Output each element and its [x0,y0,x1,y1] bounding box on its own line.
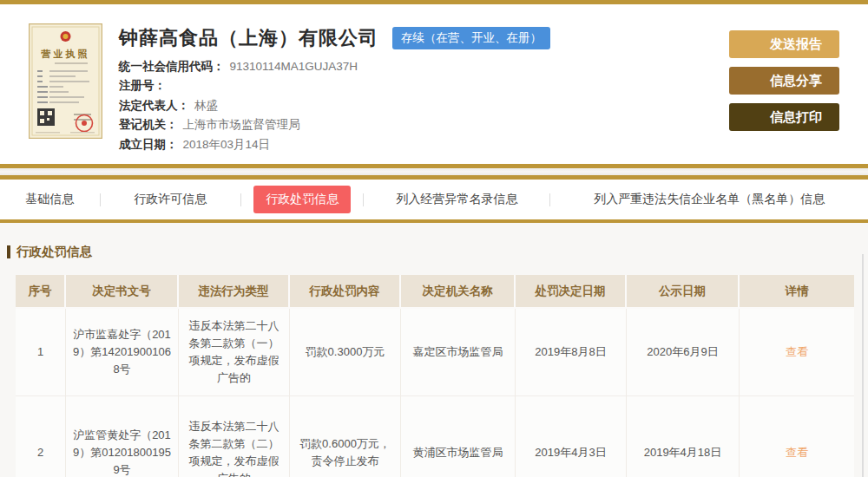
cell-seq: 1 [16,309,66,396]
col-violation-type: 违法行为类型 [179,275,290,309]
section-title-text: 行政处罚信息 [16,244,92,260]
table-header-row: 序号 决定书文号 违法行为类型 行政处罚内容 决定机关名称 处罚决定日期 公示日… [16,275,854,309]
cell-violation-type: 违反本法第二十八条第二款第（二）项规定，发布虚假广告的 [179,396,290,477]
company-info: 钟薛高食品（上海）有限公司 存续（在营、开业、在册） 统一社会信用代码：9131… [119,25,550,154]
establish-date-value: 2018年03月14日 [183,138,271,151]
cell-doc-no: 沪市监嘉处字（2019）第142019001068号 [66,309,179,396]
company-details: 统一社会信用代码：91310114MA1GUJA37H 注册号： 法定代表人：林… [119,57,550,154]
view-detail-link[interactable]: 查看 [786,345,808,358]
cell-publish-date: 2020年6月9日 [627,309,740,396]
company-header: 营业执照 钟薛高食品（上海）有限公司 存续（在营、开业、在册） [0,4,868,164]
tab-serious-violation-blacklist[interactable]: 列入严重违法失信企业名单（黑名单）信息 [594,192,825,207]
col-doc-no: 决定书文号 [66,275,179,309]
registry-authority-value: 上海市市场监督管理局 [183,118,300,131]
cell-penalty: 罚款0.3000万元 [290,309,401,396]
reg-number-label: 注册号： [119,79,166,92]
cell-publish-date: 2019年4月18日 [627,396,740,477]
cell-doc-no: 沪监管黄处字（2019）第012018001959号 [66,396,179,477]
col-detail: 详情 [740,275,854,309]
col-seq: 序号 [16,275,66,309]
send-report-button[interactable]: 发送报告 [729,30,839,58]
cell-penalty: 罚款0.6000万元，责令停止发布 [290,396,401,477]
penalty-section: 行政处罚信息 序号 决定书文号 违法行为类型 行政处罚内容 决定机关名称 处罚决… [0,223,868,477]
company-name: 钟薛高食品（上海）有限公司 [119,25,378,51]
cell-violation-type: 违反本法第二十八条第二款第（一）项规定，发布虚假广告的 [179,309,290,396]
info-share-button[interactable]: 信息分享 [729,67,839,95]
tab-admin-penalty-info[interactable]: 行政处罚信息 [253,186,351,213]
tab-admin-license-info[interactable]: 行政许可信息 [134,192,207,207]
col-authority: 决定机关名称 [401,275,516,309]
establish-date-label: 成立日期： [119,138,178,151]
scrollbar[interactable] [862,254,864,477]
credit-code-label: 统一社会信用代码： [119,60,225,73]
registry-authority-label: 登记机关： [119,118,178,131]
tab-abnormal-operation-list[interactable]: 列入经营异常名录信息 [396,192,517,207]
cell-authority: 嘉定区市场监管局 [401,309,516,396]
tab-basic-info[interactable]: 基础信息 [25,192,74,207]
divider-gap [0,168,868,175]
cell-authority: 黄浦区市场监管局 [401,396,516,477]
penalty-table: 序号 决定书文号 违法行为类型 行政处罚内容 决定机关名称 处罚决定日期 公示日… [16,275,854,477]
business-license-image: 营业执照 [29,23,102,139]
credit-code-value: 91310114MA1GUJA37H [230,60,358,73]
cell-decision-date: 2019年4月3日 [516,396,627,477]
table-row: 1 沪市监嘉处字（2019）第142019001068号 违反本法第二十八条第二… [16,309,854,396]
action-buttons: 发送报告 信息分享 信息打印 [729,30,839,131]
col-publish-date: 公示日期 [627,275,740,309]
license-title: 营业执照 [41,49,90,59]
col-decision-date: 处罚决定日期 [516,275,627,309]
tab-bar: 基础信息 行政许可信息 行政处罚信息 列入经营异常名录信息 列入严重违法失信企业… [0,180,868,219]
legal-rep-label: 法定代表人： [119,99,189,112]
section-marker [7,245,10,258]
cell-seq: 2 [16,396,66,477]
view-detail-link[interactable]: 查看 [786,446,808,459]
col-penalty-content: 行政处罚内容 [290,275,401,309]
cell-decision-date: 2019年8月8日 [516,309,627,396]
info-print-button[interactable]: 信息打印 [729,103,839,131]
status-badge: 存续（在营、开业、在册） [392,27,550,49]
license-qr-code [37,108,55,126]
table-row: 2 沪监管黄处字（2019）第012018001959号 违反本法第二十八条第二… [16,396,854,477]
legal-rep-value: 林盛 [194,99,218,112]
section-title: 行政处罚信息 [0,223,868,260]
